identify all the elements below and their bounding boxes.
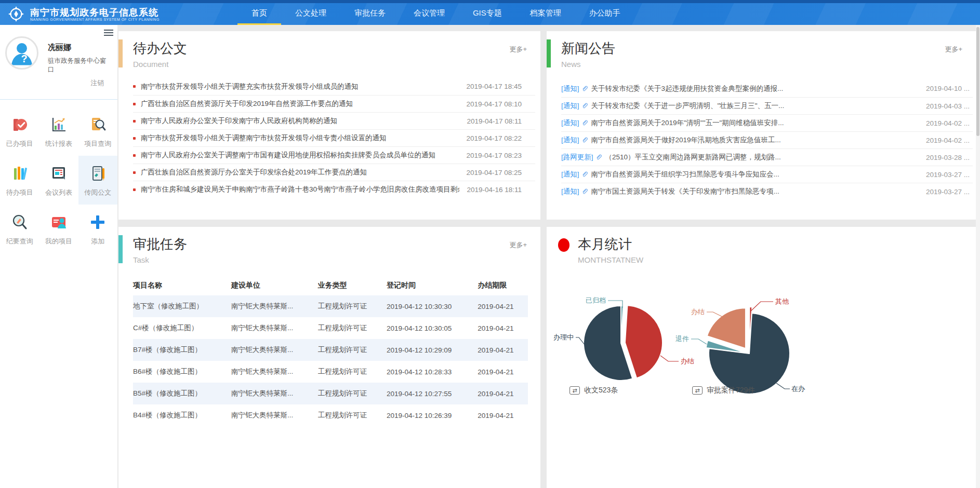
red-bullet-icon — [133, 103, 136, 105]
news-tag: [通知] — [561, 84, 579, 93]
news-title: 关于转发市纪委《关于进一步严明清明、"壮族三月三"、五一... — [591, 101, 921, 111]
logo-compass-icon — [7, 5, 25, 23]
scrollbar-thumb[interactable] — [976, 27, 979, 136]
task-cell: 2019-04-21 — [478, 295, 528, 317]
red-bullet-icon — [133, 171, 136, 174]
sidebar-item-my-projects[interactable]: 我的项目 — [39, 205, 78, 253]
panel-subtitle: Document — [133, 60, 528, 69]
sidebar-item-add[interactable]: 添加 — [78, 205, 117, 253]
logo: 南宁市规划政务电子信息系统 NANNING GORVENRNMENT AFFAI… — [7, 5, 160, 23]
task-cell: 南宁钜大奥特莱斯... — [231, 361, 318, 383]
document-list-item[interactable]: 广西壮族自治区自然资源厅办公室关于印发综合处2019年工作要点的通知 2019-… — [133, 164, 535, 181]
red-dot-icon — [558, 238, 570, 252]
task-cell: 2019-04-12 10:26:39 — [387, 404, 478, 426]
document-list-item[interactable]: 南宁市人民政府办公室关于调整南宁市国有建设用地使用权招标拍卖挂牌委员会成员单位的… — [133, 146, 535, 164]
task-row[interactable]: C#楼（修改施工图）南宁钜大奥特莱斯...工程规划许可证2019-04-12 1… — [133, 317, 528, 339]
nav-meeting-management[interactable]: 会议管理 — [400, 3, 459, 25]
meeting-document-icon — [49, 164, 68, 183]
task-row[interactable]: B6#楼（修改施工图）南宁钜大奥特莱斯...工程规划许可证2019-04-12 … — [133, 361, 528, 383]
accent-bar-green — [547, 39, 551, 67]
task-cell: B4#楼（修改施工图） — [133, 404, 231, 426]
task-row[interactable]: 地下室（修改施工图）南宁钜大奥特莱斯...工程规划许可证2019-04-12 1… — [133, 295, 528, 317]
document-time: 2019-04-17 08:23 — [466, 152, 522, 159]
document-list-item[interactable]: 南宁市扶贫开发领导小组关于调整南宁市扶贫开发领导小组专责小组设置的通知 2019… — [133, 129, 535, 146]
avatar[interactable]: ? — [5, 36, 38, 70]
task-cell: 2019-04-21 — [478, 383, 528, 404]
news-date: 2019-04-10 ... — [926, 85, 970, 92]
pie-label-其他: 其他 — [775, 297, 789, 305]
user-department: 驻市政务服务中心窗口 — [48, 57, 109, 74]
divider — [0, 99, 117, 100]
search-edit-icon — [10, 213, 29, 232]
nav-home[interactable]: 首页 — [237, 3, 281, 25]
logout-link[interactable]: 注销 — [8, 78, 104, 88]
sidebar-item-label: 已办项目 — [0, 139, 39, 148]
accent-bar-orange — [118, 39, 123, 67]
sidebar-item-pending-projects[interactable]: 待办项目 — [0, 156, 39, 205]
task-row[interactable]: B7#楼（修改施工图）南宁钜大奥特莱斯...工程规划许可证2019-04-12 … — [133, 339, 528, 361]
task-cell: 2019-04-12 10:28:33 — [387, 361, 478, 383]
user-profile: ? 冼丽娜 驻市政务服务中心窗口 注销 — [0, 25, 117, 95]
more-link[interactable]: 更多+ — [509, 45, 527, 54]
document-list-item[interactable]: 南宁市扶贫开发领导小组关于调整充实市扶贫开发领导小组成员的通知 2019-04-… — [133, 78, 535, 95]
nav-archive-management[interactable]: 档案管理 — [516, 3, 575, 25]
document-list: 南宁市扶贫开发领导小组关于调整充实市扶贫开发领导小组成员的通知 2019-04-… — [118, 78, 540, 198]
panel-subtitle: News — [561, 60, 963, 69]
task-row[interactable]: B5#楼（修改施工图）南宁钜大奥特莱斯...工程规划许可证2019-04-12 … — [133, 383, 528, 404]
task-cell: 2019-04-12 10:30:05 — [387, 317, 478, 339]
news-title: 南宁市自然资源局关于2019年"清明""五一"期间维稳值班安排... — [591, 118, 921, 128]
nav-document-processing[interactable]: 公文处理 — [281, 3, 340, 25]
news-list-item[interactable]: [通知] 南宁市自然资源局关于组织学习扫黑除恶专项斗争应知应会... 2019-… — [561, 166, 973, 183]
user-name: 冼丽娜 — [48, 38, 109, 52]
panel-subtitle: Task — [133, 255, 528, 264]
document-title: 南宁市人民政府办公室关于印发南宁市人民政府机构简称的通知 — [141, 116, 459, 126]
news-list-item[interactable]: [通知] 关于转发市纪委《关于3起违规使用扶贫资金典型案例的通报... 2019… — [561, 80, 973, 97]
paperclip-icon — [581, 85, 589, 92]
sidebar-item-label: 传阅公文 — [78, 188, 117, 197]
document-list-item[interactable]: 南宁市住房和城乡建设局关于申购南宁市燕子岭路十巷30号南宁市燕子岭小学危旧房改住… — [133, 181, 535, 198]
news-list-item[interactable]: [通知] 南宁市自然资源局关于做好2019年汛期地质灾害应急值班工... 201… — [561, 131, 973, 148]
news-list: [通知] 关于转发市纪委《关于3起违规使用扶贫资金典型案例的通报... 2019… — [547, 80, 976, 200]
tasks-column-header: 登记时间 — [387, 276, 478, 295]
badge-label: 审批案件729件 — [707, 386, 755, 395]
task-cell: 2019-04-12 10:27:55 — [387, 383, 478, 404]
sidebar-item-statistics-report[interactable]: 统计报表 — [39, 107, 78, 156]
task-cell: 工程规划许可证 — [318, 295, 387, 317]
pie-label-退件: 退件 — [676, 335, 689, 343]
news-tag: [通知] — [561, 118, 579, 128]
nav-office-assistant[interactable]: 办公助手 — [575, 3, 634, 25]
document-list-item[interactable]: 广西壮族自治区自然资源厅关于印发2019年自然资源工作要点的通知 2019-04… — [133, 95, 535, 112]
paperclip-icon — [595, 154, 603, 161]
document-time: 2019-04-17 18:45 — [466, 83, 522, 90]
news-date: 2019-03-27 ... — [926, 171, 970, 179]
clipboard-pencil-icon — [88, 164, 107, 183]
paperclip-icon — [581, 171, 589, 178]
news-date: 2019-04-02 ... — [926, 119, 970, 127]
document-title: 南宁市住房和城乡建设局关于申购南宁市燕子岭路十巷30号南宁市燕子岭小学危旧房改住… — [141, 185, 459, 194]
tasks-table-header: 项目名称建设单位业务类型登记时间办结期限 — [133, 276, 528, 295]
news-tag: [通知] — [561, 170, 579, 179]
news-list-item[interactable]: [路网更新] （2510）平玉立交南周边路网更新路网已调整，规划路... 201… — [561, 148, 973, 166]
news-list-item[interactable]: [通知] 南宁市国土资源局关于转发《关于印发南宁市扫黑除恶专项... 2019-… — [561, 183, 973, 200]
red-bullet-icon — [133, 85, 136, 88]
news-list-item[interactable]: [通知] 关于转发市纪委《关于进一步严明清明、"壮族三月三"、五一... 201… — [561, 97, 973, 114]
news-title: 南宁市自然资源局关于做好2019年汛期地质灾害应急值班工... — [591, 135, 921, 145]
more-link[interactable]: 更多+ — [945, 45, 962, 54]
sidebar-item-done-projects[interactable]: 已办项目 — [0, 107, 39, 156]
pie-slice-办结[interactable] — [625, 305, 663, 378]
sidebar-item-circulated-documents[interactable]: 传阅公文 — [78, 156, 117, 205]
page-scrollbar[interactable] — [976, 25, 980, 488]
news-list-item[interactable]: [通知] 南宁市自然资源局关于2019年"清明""五一"期间维稳值班安排... … — [561, 114, 973, 131]
red-bullet-icon — [133, 137, 136, 140]
pending-documents-panel: 待办公文 Document 更多+ 南宁市扶贫开发领导小组关于调整充实市扶贫开发… — [118, 31, 540, 220]
document-list-item[interactable]: 南宁市人民政府办公室关于印发南宁市人民政府机构简称的通知 2019-04-17 … — [133, 112, 535, 129]
task-row[interactable]: B4#楼（修改施工图）南宁钜大奥特莱斯...工程规划许可证2019-04-12 … — [133, 404, 528, 426]
more-link[interactable]: 更多+ — [509, 240, 527, 250]
nav-gis-topics[interactable]: GIS专题 — [459, 3, 516, 25]
sidebar-item-minutes-search[interactable]: 纪要查询 — [0, 205, 39, 253]
sidebar-item-project-search[interactable]: 项目查询 — [78, 107, 117, 156]
sidebar-item-meeting-list[interactable]: 会议列表 — [39, 156, 78, 205]
sidebar-item-label: 纪要查询 — [0, 237, 39, 246]
document-time: 2019-04-17 08:22 — [466, 134, 522, 142]
nav-approval-tasks[interactable]: 审批任务 — [340, 3, 400, 25]
